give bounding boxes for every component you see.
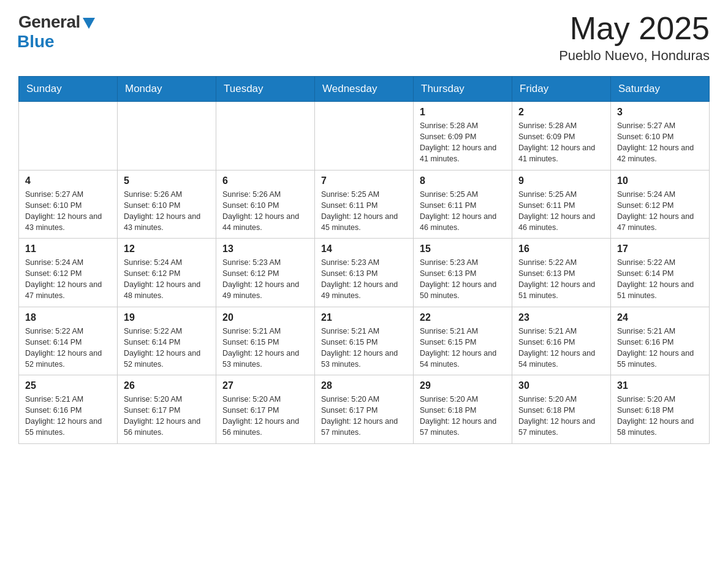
day-info: Sunrise: 5:28 AMSunset: 6:09 PMDaylight:… bbox=[420, 120, 506, 165]
day-number: 14 bbox=[321, 243, 407, 255]
day-number: 30 bbox=[518, 380, 604, 391]
day-number: 28 bbox=[321, 380, 407, 391]
calendar-cell: 5Sunrise: 5:26 AMSunset: 6:10 PMDaylight… bbox=[118, 170, 216, 239]
day-number: 12 bbox=[124, 243, 210, 255]
calendar-cell: 21Sunrise: 5:21 AMSunset: 6:15 PMDayligh… bbox=[315, 307, 414, 375]
day-info: Sunrise: 5:23 AMSunset: 6:12 PMDaylight:… bbox=[222, 257, 308, 302]
calendar-cell: 16Sunrise: 5:22 AMSunset: 6:13 PMDayligh… bbox=[512, 239, 611, 307]
calendar-cell: 8Sunrise: 5:25 AMSunset: 6:11 PMDaylight… bbox=[414, 170, 512, 239]
day-number: 8 bbox=[420, 175, 506, 186]
weekday-header-friday: Friday bbox=[512, 77, 611, 102]
calendar-cell: 7Sunrise: 5:25 AMSunset: 6:11 PMDaylight… bbox=[315, 170, 414, 239]
day-number: 22 bbox=[420, 312, 506, 323]
title-section: May 2025 Pueblo Nuevo, Honduras bbox=[559, 12, 710, 64]
day-info: Sunrise: 5:22 AMSunset: 6:14 PMDaylight:… bbox=[124, 326, 210, 370]
day-number: 11 bbox=[25, 243, 111, 255]
logo: General Blue bbox=[18, 12, 95, 52]
calendar-cell: 28Sunrise: 5:20 AMSunset: 6:17 PMDayligh… bbox=[315, 375, 414, 444]
calendar-cell: 19Sunrise: 5:22 AMSunset: 6:14 PMDayligh… bbox=[118, 307, 216, 375]
calendar-week-4: 18Sunrise: 5:22 AMSunset: 6:14 PMDayligh… bbox=[19, 307, 710, 375]
day-info: Sunrise: 5:21 AMSunset: 6:15 PMDaylight:… bbox=[420, 326, 506, 370]
day-info: Sunrise: 5:22 AMSunset: 6:14 PMDaylight:… bbox=[25, 326, 111, 370]
calendar-cell: 26Sunrise: 5:20 AMSunset: 6:17 PMDayligh… bbox=[118, 375, 216, 444]
month-title: May 2025 bbox=[559, 12, 710, 44]
day-number: 26 bbox=[124, 380, 210, 391]
day-number: 25 bbox=[25, 380, 111, 391]
day-info: Sunrise: 5:21 AMSunset: 6:16 PMDaylight:… bbox=[617, 326, 703, 370]
day-number: 9 bbox=[518, 175, 604, 186]
calendar-cell: 29Sunrise: 5:20 AMSunset: 6:18 PMDayligh… bbox=[414, 375, 512, 444]
day-info: Sunrise: 5:24 AMSunset: 6:12 PMDaylight:… bbox=[124, 257, 210, 302]
calendar-cell: 12Sunrise: 5:24 AMSunset: 6:12 PMDayligh… bbox=[118, 239, 216, 307]
day-number: 27 bbox=[222, 380, 308, 391]
weekday-header-sunday: Sunday bbox=[19, 77, 118, 102]
calendar-cell: 14Sunrise: 5:23 AMSunset: 6:13 PMDayligh… bbox=[315, 239, 414, 307]
day-info: Sunrise: 5:21 AMSunset: 6:15 PMDaylight:… bbox=[321, 326, 407, 370]
day-info: Sunrise: 5:26 AMSunset: 6:10 PMDaylight:… bbox=[124, 189, 210, 234]
day-info: Sunrise: 5:25 AMSunset: 6:11 PMDaylight:… bbox=[321, 189, 407, 234]
day-info: Sunrise: 5:20 AMSunset: 6:17 PMDaylight:… bbox=[222, 394, 308, 439]
day-info: Sunrise: 5:22 AMSunset: 6:14 PMDaylight:… bbox=[617, 257, 703, 302]
calendar-cell: 6Sunrise: 5:26 AMSunset: 6:10 PMDaylight… bbox=[216, 170, 315, 239]
calendar-cell: 9Sunrise: 5:25 AMSunset: 6:11 PMDaylight… bbox=[512, 170, 611, 239]
day-number: 16 bbox=[518, 243, 604, 255]
calendar-cell: 22Sunrise: 5:21 AMSunset: 6:15 PMDayligh… bbox=[414, 307, 512, 375]
logo-general-text: General bbox=[18, 12, 80, 32]
day-info: Sunrise: 5:28 AMSunset: 6:09 PMDaylight:… bbox=[518, 120, 604, 165]
calendar-cell: 2Sunrise: 5:28 AMSunset: 6:09 PMDaylight… bbox=[512, 102, 611, 170]
day-info: Sunrise: 5:22 AMSunset: 6:13 PMDaylight:… bbox=[518, 257, 604, 302]
calendar-cell: 31Sunrise: 5:20 AMSunset: 6:18 PMDayligh… bbox=[611, 375, 710, 444]
day-number: 18 bbox=[25, 312, 111, 323]
day-info: Sunrise: 5:27 AMSunset: 6:10 PMDaylight:… bbox=[25, 189, 111, 234]
day-number: 1 bbox=[420, 107, 506, 118]
logo-triangle-icon bbox=[83, 18, 95, 29]
day-number: 31 bbox=[617, 380, 703, 391]
calendar-cell: 15Sunrise: 5:23 AMSunset: 6:13 PMDayligh… bbox=[414, 239, 512, 307]
day-info: Sunrise: 5:24 AMSunset: 6:12 PMDaylight:… bbox=[25, 257, 111, 302]
day-info: Sunrise: 5:20 AMSunset: 6:18 PMDaylight:… bbox=[420, 394, 506, 439]
calendar-cell bbox=[315, 102, 414, 170]
day-number: 3 bbox=[617, 107, 703, 118]
calendar-week-2: 4Sunrise: 5:27 AMSunset: 6:10 PMDaylight… bbox=[19, 170, 710, 239]
calendar-table: SundayMondayTuesdayWednesdayThursdayFrid… bbox=[18, 76, 710, 444]
day-info: Sunrise: 5:24 AMSunset: 6:12 PMDaylight:… bbox=[617, 189, 703, 234]
day-info: Sunrise: 5:20 AMSunset: 6:18 PMDaylight:… bbox=[617, 394, 703, 439]
day-number: 15 bbox=[420, 243, 506, 255]
calendar-cell: 3Sunrise: 5:27 AMSunset: 6:10 PMDaylight… bbox=[611, 102, 710, 170]
weekday-header-saturday: Saturday bbox=[611, 77, 710, 102]
day-number: 4 bbox=[25, 175, 111, 186]
calendar-cell: 27Sunrise: 5:20 AMSunset: 6:17 PMDayligh… bbox=[216, 375, 315, 444]
day-info: Sunrise: 5:27 AMSunset: 6:10 PMDaylight:… bbox=[617, 120, 703, 165]
weekday-header-thursday: Thursday bbox=[414, 77, 512, 102]
calendar-cell: 24Sunrise: 5:21 AMSunset: 6:16 PMDayligh… bbox=[611, 307, 710, 375]
calendar-cell bbox=[216, 102, 315, 170]
calendar-cell: 11Sunrise: 5:24 AMSunset: 6:12 PMDayligh… bbox=[19, 239, 118, 307]
calendar-cell: 17Sunrise: 5:22 AMSunset: 6:14 PMDayligh… bbox=[611, 239, 710, 307]
weekday-header-row: SundayMondayTuesdayWednesdayThursdayFrid… bbox=[19, 77, 710, 102]
calendar-cell: 13Sunrise: 5:23 AMSunset: 6:12 PMDayligh… bbox=[216, 239, 315, 307]
day-info: Sunrise: 5:25 AMSunset: 6:11 PMDaylight:… bbox=[518, 189, 604, 234]
day-info: Sunrise: 5:20 AMSunset: 6:17 PMDaylight:… bbox=[124, 394, 210, 439]
weekday-header-wednesday: Wednesday bbox=[315, 77, 414, 102]
day-info: Sunrise: 5:21 AMSunset: 6:15 PMDaylight:… bbox=[222, 326, 308, 370]
weekday-header-monday: Monday bbox=[118, 77, 216, 102]
day-info: Sunrise: 5:23 AMSunset: 6:13 PMDaylight:… bbox=[420, 257, 506, 302]
location-subtitle: Pueblo Nuevo, Honduras bbox=[559, 48, 710, 64]
day-info: Sunrise: 5:26 AMSunset: 6:10 PMDaylight:… bbox=[222, 189, 308, 234]
day-info: Sunrise: 5:23 AMSunset: 6:13 PMDaylight:… bbox=[321, 257, 407, 302]
day-number: 20 bbox=[222, 312, 308, 323]
day-number: 21 bbox=[321, 312, 407, 323]
calendar-cell: 10Sunrise: 5:24 AMSunset: 6:12 PMDayligh… bbox=[611, 170, 710, 239]
calendar-week-1: 1Sunrise: 5:28 AMSunset: 6:09 PMDaylight… bbox=[19, 102, 710, 170]
calendar-cell bbox=[19, 102, 118, 170]
calendar-cell: 18Sunrise: 5:22 AMSunset: 6:14 PMDayligh… bbox=[19, 307, 118, 375]
day-number: 6 bbox=[222, 175, 308, 186]
day-number: 29 bbox=[420, 380, 506, 391]
day-number: 17 bbox=[617, 243, 703, 255]
day-info: Sunrise: 5:25 AMSunset: 6:11 PMDaylight:… bbox=[420, 189, 506, 234]
day-info: Sunrise: 5:20 AMSunset: 6:18 PMDaylight:… bbox=[518, 394, 604, 439]
weekday-header-tuesday: Tuesday bbox=[216, 77, 315, 102]
day-number: 2 bbox=[518, 107, 604, 118]
day-number: 7 bbox=[321, 175, 407, 186]
calendar-week-5: 25Sunrise: 5:21 AMSunset: 6:16 PMDayligh… bbox=[19, 375, 710, 444]
